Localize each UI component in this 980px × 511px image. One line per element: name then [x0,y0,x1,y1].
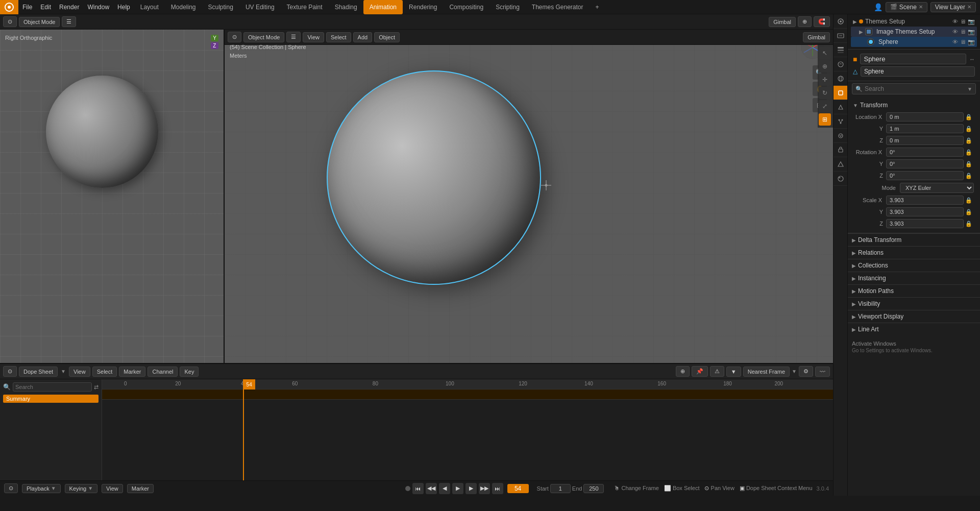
tab-compositing[interactable]: Compositing [443,0,489,14]
tab-animation[interactable]: Animation [363,0,403,14]
tl-filter-btn[interactable]: ▼ [726,367,741,377]
transform-tool[interactable]: ⊞ [819,113,831,126]
add-btn[interactable]: Add [353,32,373,42]
next-keyframe-btn[interactable]: ▶ [465,483,477,494]
tl-editor-type-btn[interactable]: ⊙ [3,366,17,377]
props-world-icon[interactable] [834,71,848,86]
header-editor-icon[interactable]: ☰ [62,16,76,27]
marker-status-btn[interactable]: Marker [127,484,154,493]
view-btn[interactable]: View [303,32,324,42]
it-camera-icon[interactable]: 📷 [968,29,975,35]
jump-end-btn[interactable]: ⏭ [492,483,503,494]
tab-rendering[interactable]: Rendering [403,0,443,14]
props-object-data-icon[interactable] [834,157,848,172]
scene-collection-row[interactable]: ▶ Themes Setup 👁 🖥 📷 [851,16,977,27]
r-view-mode-btn[interactable]: ⊙ [228,32,241,42]
scale-x-lock[interactable]: 🔒 [964,197,974,204]
sc-monitor-icon[interactable]: 🖥 [960,18,966,25]
props-modifier-icon[interactable] [834,100,848,114]
props-scene-icon[interactable] [834,57,848,71]
viewport-display-row[interactable]: ▶ Viewport Display [848,310,980,323]
r-gimbal-btn[interactable]: Gimbal [803,32,830,42]
relations-row[interactable]: ▶ Relations [848,246,980,259]
transport-dot[interactable] [405,486,410,491]
rotate-tool[interactable]: ↻ [819,87,831,99]
props-particles-icon[interactable] [834,114,848,129]
move-tool[interactable]: ✛ [819,74,831,86]
scale-z-input[interactable] [886,219,964,228]
rotation-y-input[interactable] [886,159,964,168]
tab-add[interactable]: + [590,0,605,14]
props-search-input[interactable] [865,85,965,92]
editor-type-status-btn[interactable]: ⊙ [4,483,18,493]
tl-search-arrows[interactable]: ⇄ [94,384,99,391]
tl-select-btn[interactable]: Select [92,367,117,377]
tl-settings-btn[interactable]: ⚙ [799,366,813,377]
scene-close-icon[interactable]: ✕ [919,4,923,10]
tl-wave-btn[interactable]: 〰 [815,367,830,377]
scale-z-lock[interactable]: 🔒 [964,221,974,227]
playback-btn[interactable]: Playback ▼ [22,484,61,493]
menu-window[interactable]: Window [83,2,113,12]
tab-sculpting[interactable]: Sculpting [202,0,239,14]
sphere-row[interactable]: Sphere 👁 🖥 📷 [851,37,977,47]
menu-help[interactable]: Help [113,2,134,12]
tl-warn-btn[interactable]: ⚠ [710,366,724,377]
tl-search-input[interactable] [13,382,92,392]
obj-restrict-icon[interactable]: ↔ [969,56,975,62]
rotation-y-lock[interactable]: 🔒 [964,161,974,167]
tl-channel-btn[interactable]: Channel [148,367,178,377]
props-object-icon[interactable] [834,86,848,100]
play-btn[interactable]: ▶ [452,483,463,494]
r-header-icon[interactable]: ☰ [286,32,301,42]
rotation-x-lock[interactable]: 🔒 [964,149,974,156]
rotation-x-input[interactable] [886,148,964,157]
props-constraints-icon[interactable] [834,143,848,157]
view-layer-close-icon[interactable]: ✕ [967,4,971,10]
transform-header[interactable]: ▼ Transform [852,100,976,111]
tl-view-btn[interactable]: View [69,367,90,377]
tl-key-btn[interactable]: Key [180,367,199,377]
line-art-row[interactable]: ▶ Line Art [848,323,980,335]
image-themes-row[interactable]: ▶ Image Themes Setup 👁 🖥 📷 [851,27,977,37]
props-material-icon[interactable] [834,172,848,186]
rotation-z-lock[interactable]: 🔒 [964,173,974,179]
sp-eye-icon[interactable]: 👁 [952,39,958,45]
tl-mode-btn[interactable]: Dope Sheet [19,367,58,377]
snap-btn[interactable]: 🧲 [814,16,830,27]
menu-edit[interactable]: Edit [36,2,55,12]
motion-paths-row[interactable]: ▶ Motion Paths [848,284,980,297]
select-btn[interactable]: Select [326,32,351,42]
tab-modeling[interactable]: Modeling [165,0,202,14]
object-btn[interactable]: Object [374,32,400,42]
collections-row[interactable]: ▶ Collections [848,259,980,272]
keying-btn[interactable]: Keying ▼ [65,484,98,493]
props-render-icon[interactable] [834,14,848,29]
tl-snap-btn[interactable]: ⊕ [676,366,690,377]
end-frame-input[interactable] [583,484,604,493]
sc-camera-icon[interactable]: 📷 [968,18,975,25]
menu-render[interactable]: Render [55,2,83,12]
tl-marker-btn[interactable]: Marker [119,367,145,377]
obj-name-input[interactable] [860,54,966,64]
sc-eye-icon[interactable]: 👁 [952,18,958,25]
view-mode-btn[interactable]: ⊙ [3,16,17,27]
start-frame-input[interactable] [550,484,571,493]
view-layer-btn[interactable]: View Layer ✕ [930,2,976,12]
rotation-z-input[interactable] [886,171,964,180]
viewport-small[interactable]: Right Orthographic Y Z [0,30,225,363]
sp-camera-icon[interactable]: 📷 [968,39,975,45]
scale-tool[interactable]: ⤢ [819,100,831,112]
menu-file[interactable]: File [18,2,36,12]
location-x-input[interactable] [886,112,964,121]
view-status-btn[interactable]: View [102,484,123,493]
r-object-mode-btn[interactable]: Object Mode [243,32,284,42]
tab-scripting[interactable]: Scripting [489,0,526,14]
location-x-lock[interactable]: 🔒 [964,114,974,120]
prev-frame-btn[interactable]: ◀◀ [426,483,437,494]
location-y-input[interactable] [886,124,964,133]
instancing-row[interactable]: ▶ Instancing [848,272,980,284]
sp-monitor-icon[interactable]: 🖥 [960,39,966,45]
next-frame-btn[interactable]: ▶▶ [479,483,490,494]
prev-keyframe-btn[interactable]: ◀ [439,483,450,494]
